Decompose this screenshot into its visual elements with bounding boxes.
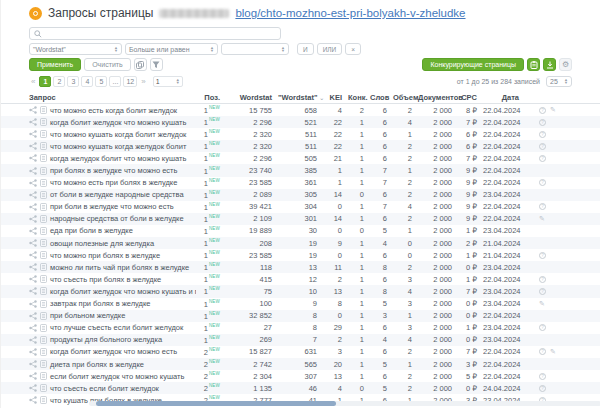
document-icon[interactable] — [40, 324, 47, 332]
share-icon[interactable] — [29, 239, 37, 247]
info-circle-icon[interactable]: ? — [539, 288, 546, 295]
document-icon[interactable] — [40, 191, 47, 199]
copy-button[interactable] — [134, 58, 147, 71]
column-header-Конк.[interactable]: Конк. — [348, 93, 370, 102]
report-button[interactable] — [527, 58, 540, 71]
and-condition-button[interactable]: И — [297, 43, 314, 55]
stepper-icon[interactable]: ▲▼ — [281, 46, 285, 52]
document-icon[interactable] — [40, 263, 47, 271]
prev-page-button[interactable]: « — [29, 77, 37, 86]
document-icon[interactable] — [40, 287, 47, 295]
info-circle-icon[interactable]: ? — [539, 385, 546, 392]
share-icon[interactable] — [29, 167, 37, 175]
column-header-Документов[interactable]: Документов — [418, 93, 458, 102]
document-icon[interactable] — [40, 275, 47, 283]
document-icon[interactable] — [40, 300, 47, 308]
column-header-Поз.[interactable]: Поз. — [196, 93, 226, 102]
page-button-2[interactable]: 2 — [53, 76, 65, 87]
document-icon[interactable] — [40, 215, 47, 223]
document-icon[interactable] — [40, 154, 47, 162]
info-circle-icon[interactable]: ? — [539, 107, 546, 114]
column-header-Слов[interactable]: Слов — [370, 93, 393, 102]
share-icon[interactable] — [29, 227, 37, 235]
info-circle-icon[interactable]: ? — [539, 155, 546, 162]
share-icon[interactable] — [29, 179, 37, 187]
share-icon[interactable] — [29, 336, 37, 344]
page-button-3[interactable]: 3 — [67, 76, 79, 87]
document-icon[interactable] — [40, 130, 47, 138]
column-header-Запрос[interactable]: Запрос — [29, 93, 196, 102]
page-button-12[interactable]: 12 — [123, 76, 137, 87]
filter-operator-select[interactable]: Больше или равен ▲▼ — [125, 43, 218, 55]
share-icon[interactable] — [29, 348, 37, 356]
share-icon[interactable] — [29, 263, 37, 271]
share-icon[interactable] — [29, 384, 37, 392]
share-icon[interactable] — [29, 215, 37, 223]
share-icon[interactable] — [29, 396, 37, 404]
share-icon[interactable] — [29, 203, 37, 211]
apply-button[interactable]: Применить — [29, 58, 81, 71]
info-circle-icon[interactable]: ? — [539, 119, 546, 126]
document-icon[interactable] — [40, 167, 47, 175]
share-icon[interactable] — [29, 324, 37, 332]
info-circle-icon[interactable]: ? — [539, 203, 546, 210]
edit-pencil-icon[interactable]: ✎ — [539, 300, 545, 308]
share-icon[interactable] — [29, 312, 37, 320]
document-icon[interactable] — [40, 372, 47, 380]
search-box[interactable] — [29, 27, 281, 40]
remove-filter-button[interactable]: × — [345, 43, 361, 55]
document-icon[interactable] — [40, 396, 47, 404]
edit-pencil-icon[interactable]: ✎ — [550, 106, 556, 114]
page-button-1[interactable]: 1 — [39, 76, 51, 87]
document-icon[interactable] — [40, 203, 47, 211]
document-icon[interactable] — [40, 251, 47, 259]
document-icon[interactable] — [40, 312, 47, 320]
document-icon[interactable] — [40, 106, 47, 114]
filter-button[interactable] — [150, 58, 163, 71]
page-ellipsis[interactable]: ... — [109, 76, 121, 87]
share-icon[interactable] — [29, 106, 37, 114]
column-header-"Wordstat"[interactable]: "Wordstat" ⌄ — [278, 93, 323, 102]
filter-field-select[interactable]: "Wordstat" ▲▼ — [29, 43, 122, 55]
edit-pencil-icon[interactable]: ✎ — [550, 348, 556, 356]
page-number-input[interactable] — [156, 78, 172, 85]
column-header-Wordstat[interactable]: Wordstat — [226, 93, 278, 102]
document-icon[interactable] — [40, 348, 47, 356]
share-icon[interactable] — [29, 300, 37, 308]
info-circle-icon[interactable]: ? — [539, 348, 546, 355]
document-icon[interactable] — [40, 336, 47, 344]
page-button-5[interactable]: 5 — [95, 76, 107, 87]
page-url-link[interactable]: blog/chto-mozhno-est-pri-bolyakh-v-zhelu… — [235, 7, 465, 19]
document-icon[interactable] — [40, 360, 47, 368]
column-header-KEI[interactable]: KEI — [323, 93, 348, 102]
info-circle-icon[interactable]: ? — [539, 373, 546, 380]
column-header-CPC[interactable]: CPC — [458, 93, 483, 102]
share-icon[interactable] — [29, 142, 37, 150]
info-circle-icon[interactable]: ? — [539, 143, 546, 150]
clear-button[interactable]: Очистить — [84, 58, 130, 71]
competing-pages-button[interactable]: Конкурирующие страницы — [422, 58, 524, 71]
page-button-4[interactable]: 4 — [81, 76, 93, 87]
column-header-Объем[interactable]: Объем — [393, 93, 418, 102]
search-input[interactable] — [45, 29, 276, 38]
document-icon[interactable] — [40, 179, 47, 187]
info-circle-icon[interactable]: ? — [539, 324, 546, 331]
next-page-button[interactable]: » — [139, 77, 147, 86]
info-circle-icon[interactable]: ? — [539, 276, 546, 283]
edit-pencil-icon[interactable]: ✎ — [539, 215, 545, 223]
share-icon[interactable] — [29, 275, 37, 283]
scrollbar-thumb[interactable] — [96, 401, 336, 406]
export-button[interactable] — [543, 58, 556, 71]
info-circle-icon[interactable]: ? — [539, 252, 546, 259]
document-icon[interactable] — [40, 239, 47, 247]
share-icon[interactable] — [29, 118, 37, 126]
share-icon[interactable] — [29, 154, 37, 162]
share-icon[interactable] — [29, 251, 37, 259]
page-size-select[interactable]: 25 ▲▼ — [546, 76, 572, 87]
info-circle-icon[interactable]: ? — [539, 131, 546, 138]
or-condition-button[interactable]: ИЛИ — [317, 43, 343, 55]
share-icon[interactable] — [29, 191, 37, 199]
document-icon[interactable] — [40, 227, 47, 235]
column-header-Дата[interactable]: Дата — [483, 93, 525, 102]
share-icon[interactable] — [29, 360, 37, 368]
